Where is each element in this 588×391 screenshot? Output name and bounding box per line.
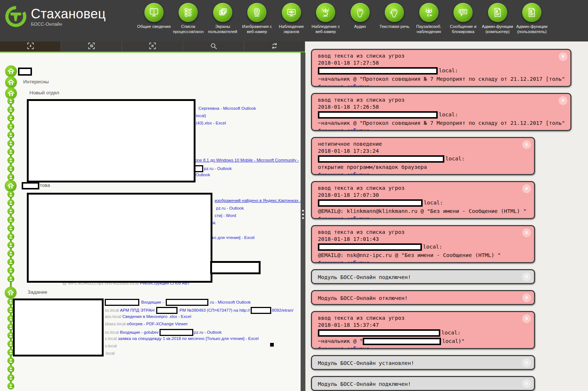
toolbar-admin-user-button[interactable]: Админ-функции (пользователь) [515,3,549,35]
alert-time: 2018-01-18 17:01:43 [318,236,528,243]
user-node-icon[interactable] [7,357,14,364]
window-link-row: ко для чтения] - Excel [212,235,255,240]
user-node-icon[interactable] [7,275,14,282]
window-title-link[interactable]: заявка на спецодежду 1 кв.2018 по месячн… [118,336,259,341]
close-icon[interactable]: × [522,314,531,323]
window-title-link[interactable]: 8092/etran/ [272,308,293,312]
user-node-icon[interactable] [7,242,14,249]
app-logo: Стахановец БОСС-Онлайн [4,5,106,29]
close-icon[interactable]: × [522,184,531,193]
toolbar-audio-button[interactable]: Аудио [343,3,377,35]
info-screen-icon [144,3,164,22]
tab-search[interactable] [183,41,244,51]
close-icon[interactable]: × [522,140,531,149]
user-node-icon[interactable] [7,250,14,257]
toolbar-message-block-button[interactable]: Сообщение и блокировка [446,3,481,35]
user-node-icon[interactable] [7,157,14,164]
redaction-box [13,298,104,356]
toolbar-text-speech-button[interactable]: aТекстовая речь [377,3,412,35]
task-row: s.local [105,344,117,348]
window-title-link[interactable]: pz.ru - Outlook [194,330,222,334]
user-node-icon[interactable] [7,98,14,105]
window-title-link[interactable]: ко для чтения] - Excel [212,235,255,240]
user-node-icon[interactable] [7,383,14,390]
close-icon[interactable]: × [559,52,567,61]
task-row: ss.local АРМ ППД ЭТРАН РМ №390493 (СП=67… [105,307,293,314]
screenshot-link[interactable]: Скриншот события [318,260,369,263]
close-icon[interactable]: × [522,358,531,367]
user-node-icon[interactable] [7,140,14,147]
toolbar-webcam-images-button[interactable]: Изображения с веб-камер [240,3,275,35]
toolbar-webcam-watch-button[interactable]: Наблюдение с веб-камер [309,3,343,35]
home-tasks-icon[interactable] [5,287,17,298]
user-node-icon[interactable] [7,233,14,240]
toolbar-label: Текстовая речь [376,24,413,35]
window-title-link[interactable]: .ru - Microsoft Outlook [209,300,251,304]
toolbar-process-list-button[interactable]: Список процессов/окон [171,3,206,35]
user-node-icon[interactable] [7,267,14,274]
user-node-icon[interactable] [7,374,14,381]
window-title-link[interactable]: pz.ru - Outlook [204,166,232,171]
window-title-link[interactable]: pz.ru - Outlook [216,206,244,210]
tab-select-window[interactable] [61,41,122,51]
user-node-icon[interactable] [7,174,14,181]
window-title-link[interactable]: local) [196,113,206,118]
window-title-link[interactable]: Входящие - golubev [120,330,159,334]
alert-title: ввод текста из списка угроз [318,229,528,236]
user-node-icon[interactable] [7,208,14,215]
panel-splitter[interactable] [301,53,305,391]
tree-section-favorites[interactable]: Интересны [23,79,49,84]
user-node-icon[interactable] [7,258,14,265]
toolbar-admin-computer-button[interactable]: Админ-функции (компьютер) [480,3,515,35]
user-node-icon[interactable] [7,131,14,138]
screenshot-link[interactable]: Скриншот события [318,216,369,219]
toolbar-pause-resume-button[interactable]: Пауза/возоб. наблюдения [412,3,446,35]
window-title-link[interactable]: обогрев - PDF-XChange Viewer [127,322,188,326]
tree-section-tasks[interactable]: Задание [28,289,47,295]
home-favorites-icon[interactable] [5,76,17,88]
window-title-link[interactable]: Сведения в Минэнерго .xlsx - Excel [122,314,191,319]
user-node-icon[interactable] [7,199,14,206]
user-node-icon[interactable] [7,216,14,223]
user-node-icon[interactable] [7,123,14,130]
window-title-link[interactable]: Сергеевна - Microsoft Outlook [198,106,256,111]
window-title-link[interactable]: АРМ ППД ЭТРАН [120,308,156,312]
home-user-icon[interactable] [5,180,17,192]
user-node-icon[interactable] [7,366,14,373]
screenshot-link[interactable]: Скриншот события [318,346,369,349]
window-title-link[interactable]: Outlook [196,173,210,177]
toolbar-user-screens-button[interactable]: Экраны пользователей [205,3,240,35]
window-title-link[interactable]: (43).xlsx - Excel [196,121,226,125]
close-icon[interactable]: × [522,272,531,281]
alert-text: ~начальник @ "Протокол совещания № 7 Мер… [318,120,565,126]
user-node-icon[interactable] [7,225,14,232]
redaction-box [363,338,441,345]
tree-section-new-department[interactable]: Новый отдел [29,90,59,95]
home-root-icon[interactable] [5,65,17,77]
alert-text: local: [439,112,458,117]
close-icon[interactable]: × [522,228,531,237]
user-node-icon[interactable] [7,148,14,155]
user-node-icon[interactable] [7,165,14,172]
tab-refresh[interactable] [244,41,305,51]
window-title-link[interactable]: изображений найдено в Яндекс.Картинках - [215,198,301,203]
window-title-link[interactable]: сти] - Word [215,213,236,218]
screenshot-link[interactable]: Скриншот события [318,128,369,131]
alert-text: local)" [442,338,465,344]
screenshot-link[interactable]: Скриншот события [318,84,369,87]
toolbar-info-screen-button[interactable]: Общие сведения [137,3,171,35]
tab-close-window[interactable] [122,41,183,51]
user-node-icon[interactable] [7,191,14,198]
close-icon[interactable]: × [559,96,567,105]
toolbar-screen-watch-button[interactable]: Наблюдение экранов [274,3,309,35]
close-icon[interactable]: × [522,379,531,388]
tree-section-redacted-user[interactable]: това [40,182,50,188]
window-title-link[interactable]: Входящие - [140,300,165,304]
close-icon[interactable]: × [522,293,531,302]
window-title-link[interactable]: hone 8.1 до Windows 10 Mobile - Microsof… [193,158,299,162]
screenshot-link[interactable]: Скриншот события [318,172,369,175]
user-node-icon[interactable] [7,115,14,122]
window-title-link[interactable]: РМ №390493 (СП=673477) на http:// [178,308,250,312]
user-node-icon[interactable] [7,106,14,113]
tab-select-screen[interactable] [0,41,61,51]
